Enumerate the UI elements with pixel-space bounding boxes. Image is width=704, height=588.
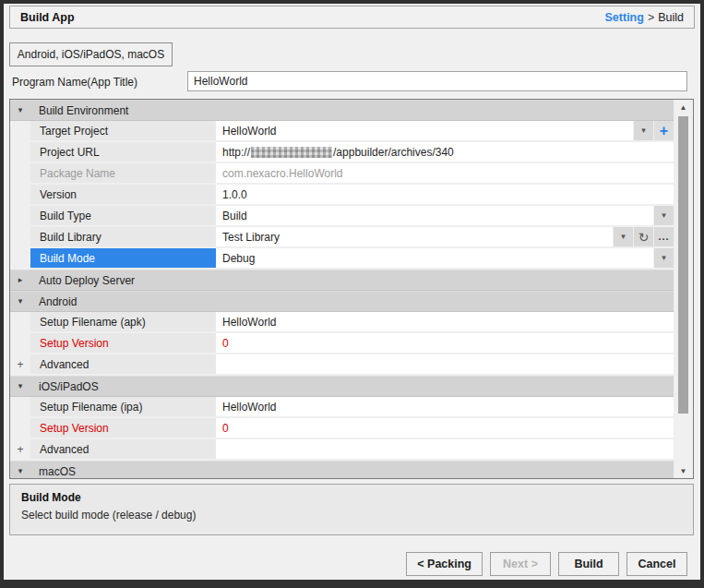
packing-button[interactable]: < Packing	[406, 552, 483, 576]
breadcrumb-current: Build	[658, 11, 684, 24]
property-label-text: Advanced	[40, 358, 89, 371]
chevron-down-icon[interactable]: ▾	[18, 467, 23, 475]
property-value-text: 1.0.0	[222, 188, 247, 201]
breadcrumb-setting-link[interactable]: Setting	[605, 11, 644, 24]
vertical-scrollbar[interactable]: ▲ ▼	[676, 100, 690, 478]
chevron-right-icon[interactable]: ▸	[18, 276, 23, 284]
property-value-text: 0	[222, 422, 229, 435]
expand-plus-icon[interactable]: +	[17, 444, 23, 455]
property-grid: ▾Build EnvironmentTarget ProjectHelloWor…	[9, 99, 694, 479]
property-value[interactable]: com.nexacro.HelloWorld	[216, 163, 674, 183]
property-value[interactable]: Build	[216, 206, 653, 225]
section-label: macOS	[30, 465, 76, 478]
add-icon: +	[660, 123, 668, 139]
property-label[interactable]: Build Mode	[30, 248, 216, 268]
property-value[interactable]: HelloWorld	[216, 312, 674, 331]
property-value[interactable]: 0	[216, 418, 674, 438]
chevron-down-icon: ▾	[641, 126, 646, 135]
scroll-down-icon[interactable]: ▼	[676, 464, 690, 477]
property-label[interactable]: Target Project	[30, 121, 216, 140]
scrollbar-thumb[interactable]	[678, 116, 688, 414]
property-row-package-name: Package Namecom.nexacro.HelloWorld	[10, 163, 674, 185]
chevron-down-icon[interactable]: ▾	[18, 106, 23, 114]
footer-buttons: < PackingNext >BuildCancel	[406, 552, 687, 576]
tab-android-ios-macos[interactable]: Android, iOS/iPadOS, macOS	[9, 42, 173, 66]
property-value-text: Build	[222, 210, 247, 222]
dropdown-button[interactable]: ▾	[634, 121, 653, 140]
property-value[interactable]: Test Library	[216, 227, 613, 246]
property-value[interactable]	[216, 354, 674, 374]
property-label-text: Project URL	[40, 146, 100, 159]
property-row-setup-filename-apk: Setup Filename (apk)HelloWorld	[10, 312, 674, 333]
property-label[interactable]: Setup Version	[30, 418, 216, 438]
property-label-text: Package Name	[40, 167, 115, 180]
property-label-text: Advanced	[40, 443, 89, 456]
property-label[interactable]: Advanced	[30, 354, 216, 374]
section-row-build-environment[interactable]: ▾Build Environment	[10, 100, 674, 121]
build-app-dialog: Build App Setting > Build Android, iOS/i…	[4, 4, 700, 580]
property-value[interactable]: http:///appbuilder/archives/340	[216, 142, 674, 162]
more-button[interactable]: ...	[654, 227, 674, 246]
property-label[interactable]: Setup Filename (ipa)	[30, 397, 216, 416]
property-row-setup-filename-ipa: Setup Filename (ipa)HelloWorld	[10, 397, 674, 418]
property-label-text: Version	[40, 188, 77, 201]
section-label: Auto Deploy Server	[30, 274, 135, 287]
property-row-build-type: Build TypeBuild▾	[10, 206, 674, 227]
property-value-text: com.nexacro.HelloWorld	[222, 167, 343, 180]
description-text: Select build mode (release / debug)	[21, 509, 682, 522]
section-row-macos[interactable]: ▾macOS	[10, 461, 674, 479]
redacted-host-text	[251, 147, 332, 158]
dropdown-button[interactable]: ▾	[654, 248, 674, 268]
expand-plus-icon[interactable]: +	[17, 359, 23, 370]
program-name-label: Program Name(App Title)	[12, 72, 137, 92]
description-panel: Build Mode Select build mode (release / …	[9, 484, 694, 535]
breadcrumb: Setting > Build	[605, 11, 684, 24]
property-label[interactable]: Version	[30, 185, 216, 204]
program-name-input[interactable]	[187, 71, 687, 91]
property-value[interactable]: HelloWorld	[216, 121, 633, 140]
property-value[interactable]: Debug	[216, 248, 653, 268]
scroll-up-icon[interactable]: ▲	[676, 101, 690, 114]
chevron-down-icon: ▾	[621, 233, 626, 241]
property-label[interactable]: Setup Filename (apk)	[30, 312, 216, 331]
property-label-text: Setup Version	[40, 422, 109, 435]
property-grid-rows: ▾Build EnvironmentTarget ProjectHelloWor…	[10, 100, 674, 479]
dialog-title: Build App	[20, 11, 75, 24]
cancel-button[interactable]: Cancel	[626, 552, 687, 576]
property-value[interactable]: 1.0.0	[216, 185, 674, 204]
property-label[interactable]: Setup Version	[30, 333, 216, 353]
property-label-text: Build Type	[40, 210, 91, 222]
dropdown-button[interactable]: ▾	[614, 227, 633, 246]
chevron-down-icon[interactable]: ▾	[18, 382, 23, 390]
property-row-target-project: Target ProjectHelloWorld▾+	[10, 121, 674, 142]
property-label-text: Build Mode	[40, 252, 95, 265]
property-label[interactable]: Build Library	[30, 227, 216, 246]
tab-label: Android, iOS/iPadOS, macOS	[18, 48, 164, 61]
property-value-text: 0	[222, 337, 229, 350]
dropdown-button[interactable]: ▾	[654, 206, 674, 225]
property-value[interactable]: 0	[216, 333, 674, 353]
property-label[interactable]: Project URL	[30, 142, 216, 162]
section-row-android[interactable]: ▾Android	[10, 291, 674, 312]
property-row-advanced: +Advanced	[10, 439, 674, 461]
build-button[interactable]: Build	[558, 552, 619, 576]
property-value[interactable]	[216, 439, 674, 459]
more-icon: ...	[658, 231, 669, 242]
property-value-text: Debug	[222, 252, 255, 265]
chevron-down-icon: ▾	[662, 254, 666, 262]
refresh-button[interactable]: ↻	[634, 227, 653, 246]
section-label: Android	[30, 295, 77, 308]
property-label[interactable]: Advanced	[30, 439, 216, 459]
property-label[interactable]: Package Name	[30, 163, 216, 183]
property-label-text: Build Library	[40, 231, 101, 244]
property-label-text: Setup Filename (apk)	[40, 316, 146, 329]
description-title: Build Mode	[21, 491, 682, 504]
section-row-auto-deploy-server[interactable]: ▸Auto Deploy Server	[10, 270, 674, 291]
property-value[interactable]: HelloWorld	[216, 397, 674, 416]
section-label: Build Environment	[30, 104, 128, 117]
property-row-setup-version: Setup Version0	[10, 333, 674, 354]
property-label[interactable]: Build Type	[30, 206, 216, 225]
add-button[interactable]: +	[654, 121, 674, 140]
chevron-down-icon[interactable]: ▾	[18, 297, 23, 306]
section-row-ios-ipados[interactable]: ▾iOS/iPadOS	[10, 376, 674, 397]
